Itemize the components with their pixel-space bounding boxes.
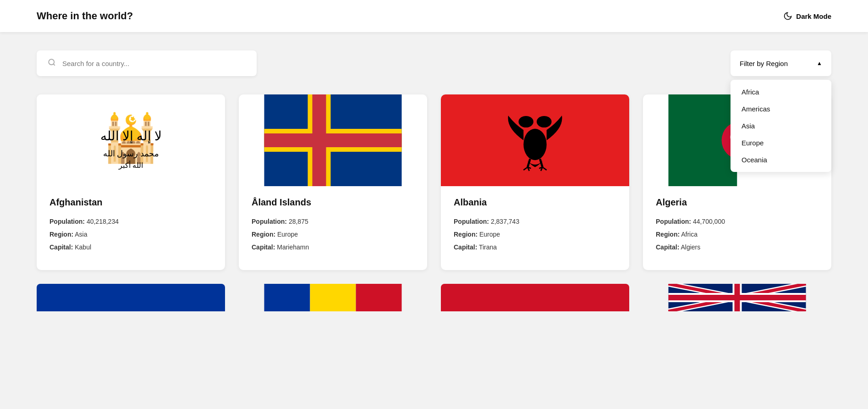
- region-option-africa[interactable]: Africa: [731, 83, 831, 100]
- card-body-algeria: Algeria Population: 44,700,000 Region: A…: [643, 186, 831, 270]
- controls-bar: Filter by Region ▲ Africa Americas Asia …: [37, 50, 831, 76]
- filter-dropdown: Filter by Region ▲ Africa Americas Asia …: [731, 50, 831, 76]
- svg-rect-31: [264, 284, 310, 311]
- svg-line-1: [53, 64, 55, 65]
- card-body-albania: Albania Population: 2,837,743 Region: Eu…: [441, 186, 629, 270]
- flag-aland: [239, 94, 427, 186]
- svg-point-13: [523, 129, 546, 160]
- svg-text:لا إله إلا الله: لا إله إلا الله: [100, 129, 162, 144]
- partial-card-4: [643, 284, 831, 311]
- dark-mode-label: Dark Mode: [796, 12, 831, 20]
- country-info: Population: 44,700,000 Region: Africa Ca…: [656, 215, 819, 254]
- region-label: Region:: [454, 231, 478, 238]
- flag-albania: [441, 94, 629, 186]
- capital-label: Capital:: [454, 243, 477, 251]
- region-option-europe[interactable]: Europe: [731, 134, 831, 151]
- svg-text:محمد رسول الله: محمد رسول الله: [103, 149, 159, 159]
- country-card-aland[interactable]: Åland Islands Population: 28,875 Region:…: [239, 94, 427, 270]
- svg-rect-11: [313, 94, 326, 186]
- country-name: Afghanistan: [49, 197, 212, 208]
- capital-label: Capital:: [252, 243, 275, 251]
- app-header: Where in the world? Dark Mode: [0, 0, 868, 32]
- population-label: Population:: [454, 218, 489, 225]
- svg-point-0: [49, 59, 54, 65]
- capital-label: Capital:: [49, 243, 73, 251]
- country-card-afghanistan[interactable]: 🕌 لا إله إلا الله محمد رسول الله الله أك…: [37, 94, 225, 270]
- region-label: Region:: [252, 231, 275, 238]
- capital-label: Capital:: [656, 243, 679, 251]
- main-content: Filter by Region ▲ Africa Americas Asia …: [0, 32, 868, 330]
- app-title: Where in the world?: [37, 10, 133, 22]
- country-info: Population: 2,837,743 Region: Europe Cap…: [454, 215, 616, 254]
- svg-rect-10: [264, 133, 402, 147]
- region-label: Region:: [49, 231, 73, 238]
- partial-card-1: [37, 284, 225, 311]
- country-cards-grid: 🕌 لا إله إلا الله محمد رسول الله الله أك…: [37, 94, 831, 270]
- country-card-albania[interactable]: Albania Population: 2,837,743 Region: Eu…: [441, 94, 629, 270]
- svg-rect-32: [310, 284, 356, 311]
- search-input[interactable]: [62, 60, 246, 67]
- population-label: Population:: [49, 218, 85, 225]
- country-name: Åland Islands: [252, 197, 414, 208]
- country-info: Population: 28,875 Region: Europe Capita…: [252, 215, 414, 254]
- country-info: Population: 40,218,234 Region: Asia Capi…: [49, 215, 212, 254]
- region-option-asia[interactable]: Asia: [731, 117, 831, 134]
- card-body-aland: Åland Islands Population: 28,875 Region:…: [239, 186, 427, 270]
- region-option-oceania[interactable]: Oceania: [731, 151, 831, 168]
- region-dropdown-menu: Africa Americas Asia Europe Oceania: [731, 80, 831, 172]
- dark-mode-button[interactable]: Dark Mode: [783, 11, 831, 21]
- filter-button[interactable]: Filter by Region ▲: [731, 50, 831, 76]
- filter-label: Filter by Region: [740, 60, 788, 67]
- population-label: Population:: [252, 218, 287, 225]
- partial-card-2: [239, 284, 427, 311]
- population-label: Population:: [656, 218, 691, 225]
- flag-afghanistan: 🕌 لا إله إلا الله محمد رسول الله الله أك…: [37, 94, 225, 186]
- svg-rect-33: [356, 284, 402, 311]
- moon-icon: [783, 11, 792, 21]
- country-name: Algeria: [656, 197, 819, 208]
- svg-text:الله أكبر: الله أكبر: [118, 160, 143, 170]
- bottom-partial-row: [37, 284, 831, 311]
- search-box: [37, 50, 257, 76]
- search-icon: [48, 58, 56, 69]
- chevron-up-icon: ▲: [817, 60, 822, 66]
- region-label: Region:: [656, 231, 680, 238]
- partial-card-3: [441, 284, 629, 311]
- region-option-americas[interactable]: Americas: [731, 100, 831, 117]
- card-body-afghanistan: Afghanistan Population: 40,218,234 Regio…: [37, 186, 225, 270]
- country-name: Albania: [454, 197, 616, 208]
